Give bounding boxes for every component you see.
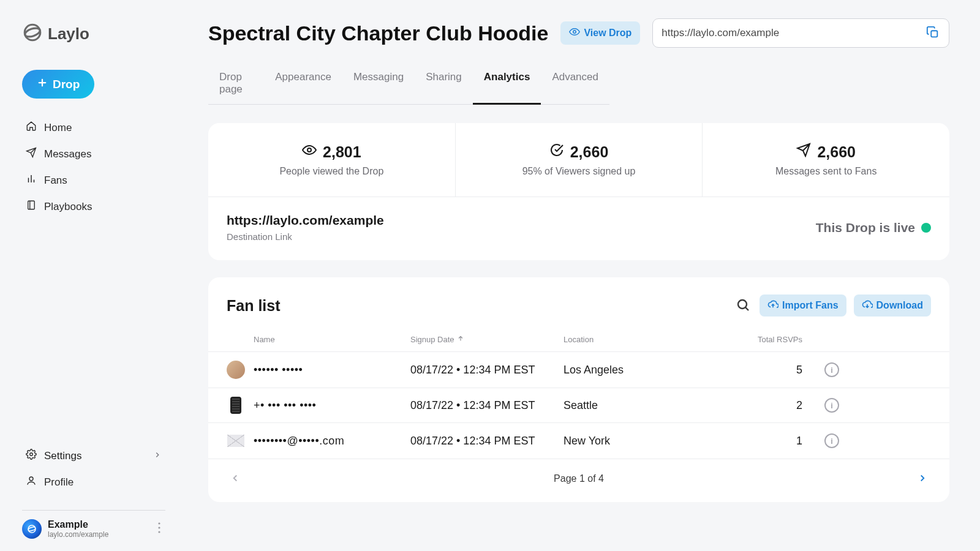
table-row[interactable]: •••••• ••••• 08/17/22 • 12:34 PM EST Los… [208,352,949,388]
mail-icon [227,435,244,447]
nav-item-messages[interactable]: Messages [22,142,165,166]
th-rsvps[interactable]: Total RSVPs [729,335,802,344]
upload-cloud-icon [767,299,778,312]
svg-point-9 [158,531,160,533]
tab-appearance[interactable]: Appearance [264,64,342,105]
table-row[interactable]: +• ••• ••• •••• 08/17/22 • 12:34 PM EST … [208,388,949,423]
url-box [652,18,949,48]
phone-icon [230,397,241,414]
svg-point-7 [158,522,160,524]
svg-point-12 [307,148,311,152]
svg-point-10 [573,31,576,34]
search-button[interactable] [734,296,752,315]
url-input[interactable] [662,27,922,39]
download-cloud-icon [862,299,873,312]
import-fans-button[interactable]: Import Fans [760,294,846,317]
chevron-right-icon [153,450,162,462]
nav-item-playbooks[interactable]: Playbooks [22,195,165,219]
send-icon [26,147,37,161]
nav-item-profile[interactable]: Profile [22,470,165,494]
copy-button[interactable] [922,22,944,44]
new-drop-label: Drop [53,78,80,91]
destination-url: https://laylo.com/example [227,213,384,228]
fan-rsvps: 1 [729,435,802,448]
tab-messaging[interactable]: Messaging [342,64,415,105]
info-button[interactable]: i [824,433,839,448]
svg-point-5 [28,525,36,533]
destination-row: https://laylo.com/example Destination Li… [208,197,949,260]
workspace-menu-button[interactable] [153,520,165,538]
nav-item-fans[interactable]: Fans [22,168,165,192]
pager: Page 1 of 4 [208,459,949,502]
stat-views: 2,801 People viewed the Drop [208,123,456,197]
info-button[interactable]: i [824,362,839,377]
nav-secondary: Settings Profile [22,444,165,494]
fanlist-card: Fan list Import Fans Download [208,277,949,502]
plus-icon [37,77,48,91]
th-signup-label: Signup Date [410,335,454,344]
stat-label: Messages sent to Fans [715,166,937,177]
tab-advanced[interactable]: Advanced [541,64,609,105]
fan-signup: 08/17/22 • 12:34 PM EST [410,399,564,412]
avatar [227,361,245,379]
status-dot-icon [921,223,931,233]
book-icon [26,200,37,214]
th-signup[interactable]: Signup Date [410,335,564,344]
svg-point-13 [738,300,747,309]
home-icon [26,121,37,135]
fan-signup: 08/17/22 • 12:34 PM EST [410,435,564,448]
fan-location: New York [564,435,729,448]
stat-messages: 2,660 Messages sent to Fans [703,123,949,197]
status-badge: This Drop is live [816,220,931,235]
fan-signup: 08/17/22 • 12:34 PM EST [410,364,564,377]
pager-text: Page 1 of 4 [554,473,604,484]
fanlist-title: Fan list [227,297,281,315]
nav-primary: Home Messages Fans Playbooks [22,116,165,219]
logo-icon [22,22,43,45]
fan-rsvps: 2 [729,399,802,412]
fan-table: Name Signup Date Location Total RSVPs ••… [208,329,949,502]
nav-label: Messages [44,148,91,160]
stats-row: 2,801 People viewed the Drop 2,660 95% o… [208,123,949,197]
sort-asc-icon [457,335,464,344]
stat-label: People viewed the Drop [221,166,443,177]
sidebar: Laylo Drop Home Messages Fans Playbooks [0,0,178,551]
nav-label: Fans [44,174,67,187]
destination-label: Destination Link [227,231,384,242]
view-drop-button[interactable]: View Drop [560,21,640,45]
stat-label: 95% of Viewers signed up [468,166,690,177]
search-icon [736,298,750,314]
th-location[interactable]: Location [564,335,729,344]
profile-label: Profile [44,476,74,489]
nav-item-settings[interactable]: Settings [22,444,165,468]
download-label: Download [876,300,923,311]
logo[interactable]: Laylo [22,22,165,45]
user-icon [26,475,37,489]
workspace-switcher[interactable]: Example laylo.com/example [22,519,165,539]
th-name[interactable]: Name [227,335,410,344]
gear-icon [26,449,37,463]
fan-name: •••••• ••••• [254,364,303,377]
new-drop-button[interactable]: Drop [22,70,94,99]
nav-item-home[interactable]: Home [22,116,165,140]
page-title: Spectral City Chapter Club Hoodie [208,21,548,45]
table-row[interactable]: ••••••••@•••••.com 08/17/22 • 12:34 PM E… [208,423,949,459]
tabs: Drop page Appearance Messaging Sharing A… [208,64,609,105]
divider [22,510,165,511]
info-button[interactable]: i [824,398,839,413]
nav-label: Playbooks [44,201,92,213]
download-button[interactable]: Download [854,294,931,317]
tab-analytics[interactable]: Analytics [473,64,541,105]
main: Spectral City Chapter Club Hoodie View D… [178,0,980,551]
tab-drop-page[interactable]: Drop page [208,64,264,105]
header: Spectral City Chapter Club Hoodie View D… [208,18,949,48]
pager-prev-button[interactable] [227,470,244,487]
stat-value: 2,660 [817,143,856,161]
svg-point-8 [158,527,160,528]
pager-next-button[interactable] [914,470,931,487]
fan-name: +• ••• ••• •••• [254,399,316,412]
fan-location: Los Angeles [564,364,729,377]
copy-icon [926,26,940,41]
send-icon [796,143,811,161]
tab-sharing[interactable]: Sharing [415,64,473,105]
